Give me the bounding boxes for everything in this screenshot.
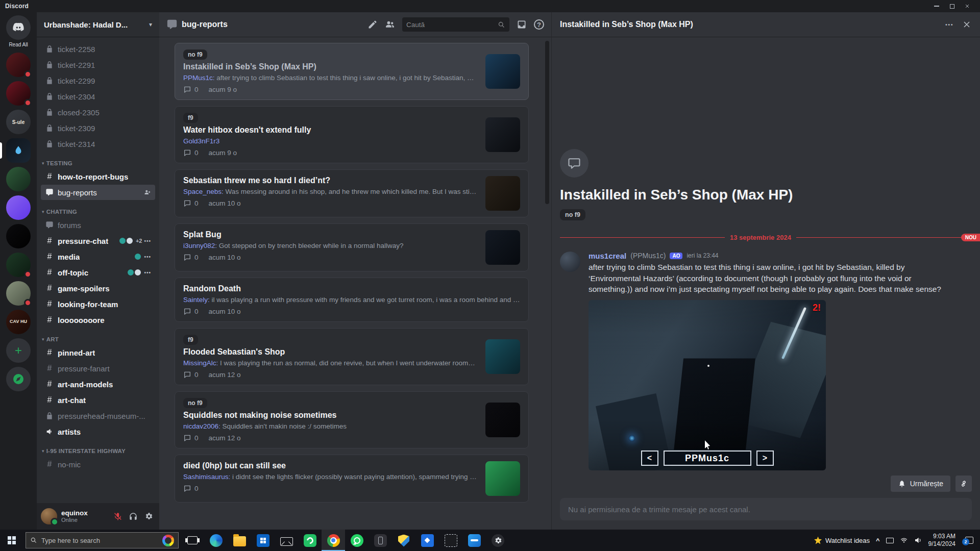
section-header[interactable]: ▾I-95 INTERSTATE HIGHWAY — [37, 440, 159, 456]
forum-post-card[interactable]: Splat Bugi3unny082: Got stepped on by tr… — [175, 223, 529, 271]
blue-app-icon[interactable] — [462, 530, 486, 551]
server-header[interactable]: Urbanshade: Hadal D... ▾ — [37, 12, 159, 37]
taskbar-search-box[interactable] — [26, 532, 179, 548]
volume-icon[interactable] — [914, 536, 922, 544]
channel-item-pressure-fanart[interactable]: #pressure-fanart — [41, 361, 155, 376]
monitor-tray-icon[interactable] — [886, 538, 894, 543]
channel-item-pressurehead-museum[interactable]: pressurehead-museum-... — [41, 408, 155, 423]
minimize-button[interactable] — [929, 0, 944, 12]
taskbar-search-input[interactable] — [41, 537, 158, 544]
channel-item-ticket-2314[interactable]: ticket-2314 — [41, 136, 155, 152]
server-icon-cav-hu[interactable]: CAV HU — [6, 310, 31, 334]
forum-post-card[interactable]: Random DeathSaintely: il was playing a r… — [175, 278, 529, 322]
close-window-button[interactable] — [960, 0, 975, 12]
explore-servers-button[interactable] — [6, 367, 31, 391]
snipping-tool-icon[interactable] — [439, 530, 462, 551]
server-icon-s-ule[interactable]: S-ule — [6, 110, 31, 134]
channel-item-ticket-2291[interactable]: ticket-2291 — [41, 57, 155, 72]
search-box[interactable] — [402, 17, 509, 32]
headphones-icon[interactable] — [127, 510, 140, 523]
edge-icon[interactable] — [204, 530, 228, 551]
mail-icon[interactable] — [275, 530, 298, 551]
channel-item-art-chat[interactable]: #art-chat — [41, 392, 155, 408]
follow-button[interactable]: Urmărește — [891, 475, 950, 492]
channel-item-game-spoilers[interactable]: #game-spoilers — [41, 281, 155, 296]
forum-post-card[interactable]: no f9Instakilled in Seb’s Shop (Max HP)P… — [175, 43, 529, 100]
channel-item-bug-reports[interactable]: bug-reports — [41, 185, 155, 200]
forum-post-card[interactable]: died (0hp) but can still seeSashimisauru… — [175, 455, 529, 503]
channel-item-no-mic[interactable]: #no-mic — [41, 457, 155, 472]
discord-home-button[interactable] — [6, 15, 31, 40]
channel-item-ticket-2304[interactable]: ticket-2304 — [41, 89, 155, 104]
channel-item-loooooooore[interactable]: #loooooooore — [41, 312, 155, 328]
server-icon-urbanshade[interactable] — [6, 138, 31, 163]
maximize-button[interactable] — [944, 0, 960, 12]
settings-icon[interactable] — [486, 530, 509, 551]
forum-scrollbar[interactable] — [545, 41, 549, 204]
spectate-next-button[interactable]: > — [756, 450, 774, 466]
phone-icon[interactable] — [369, 530, 392, 551]
channel-item-ticket-2299[interactable]: ticket-2299 — [41, 73, 155, 88]
tray-expand-icon[interactable]: ^ — [876, 537, 880, 544]
inbox-icon[interactable] — [517, 19, 527, 30]
channel-item-media[interactable]: #media••• — [41, 249, 155, 264]
wifi-icon[interactable] — [900, 536, 908, 544]
help-icon[interactable]: ? — [534, 19, 544, 30]
channel-item-looking-for-team[interactable]: #looking-for-team — [41, 296, 155, 312]
file-explorer-icon[interactable] — [228, 530, 251, 551]
channel-item-artists[interactable]: artists — [41, 424, 155, 439]
channel-item-off-topic[interactable]: #off-topic••• — [41, 265, 155, 280]
channel-item-how-to-report-bugs[interactable]: #how-to-report-bugs — [41, 169, 155, 184]
members-icon[interactable] — [385, 19, 395, 30]
defender-icon[interactable] — [392, 530, 415, 551]
server-icon-2[interactable] — [6, 81, 31, 106]
member-add-icon[interactable] — [144, 189, 151, 196]
search-highlights-icon[interactable] — [162, 535, 174, 546]
channel-options-icon[interactable]: ••• — [144, 238, 151, 244]
message-author-avatar[interactable] — [560, 252, 580, 272]
server-icon-pepe[interactable] — [6, 167, 31, 191]
channel-item-ticket-2258[interactable]: ticket-2258 — [41, 41, 155, 57]
server-icon-purple[interactable] — [6, 195, 31, 220]
server-icon-black[interactable] — [6, 224, 31, 248]
whatsapp-icon[interactable] — [345, 530, 369, 551]
task-view-icon[interactable] — [181, 530, 204, 551]
pencil-slash-icon[interactable] — [368, 19, 378, 30]
mic-muted-icon[interactable] — [111, 510, 125, 523]
search-input[interactable] — [406, 21, 498, 29]
chrome-icon[interactable] — [322, 530, 345, 551]
forum-post-card[interactable]: f9Water hitbox doesn't extend fullyGold3… — [175, 106, 529, 163]
store-icon[interactable] — [251, 530, 275, 551]
message-username[interactable]: mus1creal — [589, 252, 626, 260]
copy-link-button[interactable] — [955, 475, 972, 492]
forum-post-card[interactable]: Sebastian threw me so hard I died’nt?Spa… — [175, 169, 529, 217]
channel-options-icon[interactable]: ••• — [144, 270, 151, 276]
notification-center-button[interactable]: 2 — [962, 537, 977, 544]
channel-item-ticket-2309[interactable]: ticket-2309 — [41, 120, 155, 136]
photos-icon[interactable] — [415, 530, 439, 551]
spectate-prev-button[interactable]: < — [641, 450, 658, 466]
user-avatar[interactable] — [41, 508, 57, 524]
channel-item-art-and-models[interactable]: #art-and-models — [41, 377, 155, 392]
channel-options-icon[interactable]: ••• — [144, 254, 151, 260]
more-options-icon[interactable]: ••• — [945, 21, 953, 28]
settings-gear-icon[interactable] — [142, 510, 155, 523]
section-header[interactable]: ▾CHATTING — [37, 201, 159, 217]
channel-item-forums[interactable]: forums — [41, 217, 155, 233]
taskbar-clock[interactable]: 9:03 AM 9/14/2024 — [928, 533, 955, 548]
channel-item-pinned-art[interactable]: #pinned-art — [41, 345, 155, 360]
server-icon-green[interactable] — [6, 253, 31, 277]
green-app-icon[interactable] — [298, 530, 322, 551]
forum-post-card[interactable]: no f9Squiddles not making noise sometime… — [175, 391, 529, 448]
section-header[interactable]: ▾TESTING — [37, 152, 159, 168]
add-server-button[interactable]: + — [6, 338, 31, 363]
watchlist-tray-item[interactable]: Watchlist ideas — [814, 537, 870, 544]
server-icon-sage[interactable] — [6, 281, 31, 306]
channel-item-closed-2305[interactable]: closed-2305 — [41, 105, 155, 120]
server-icon-1[interactable] — [6, 53, 31, 77]
close-thread-icon[interactable] — [962, 19, 972, 30]
read-all-button[interactable]: Read All — [9, 42, 28, 47]
start-button[interactable] — [0, 530, 23, 551]
message-image-attachment[interactable]: 2! < PPMus1c > — [589, 300, 826, 470]
forum-post-card[interactable]: f9Flooded Sebastian's ShopMissingAlc: I … — [175, 328, 529, 385]
